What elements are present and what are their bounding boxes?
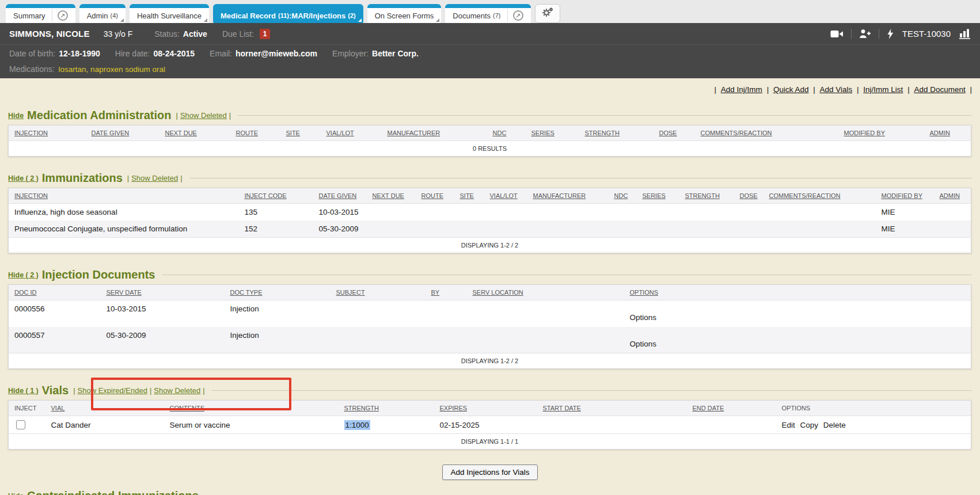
column-header[interactable]: VIAL/LOT (484, 188, 527, 204)
column-header[interactable]: CONTENTS (164, 401, 339, 416)
patient-name: SIMMONS, NICOLE (9, 29, 90, 39)
show-deleted-link[interactable]: Show Deleted (154, 386, 200, 395)
column-header[interactable]: ADMIN (924, 125, 971, 141)
add-inj-imm-link[interactable]: Add Inj/Imm (721, 85, 762, 94)
divider (851, 29, 852, 39)
column-header[interactable]: NDC (609, 188, 637, 204)
doc-id-cell[interactable]: 0000556 (9, 300, 101, 327)
separator: | (907, 85, 910, 94)
paging-text: DISPLAYING 1-1 / 1 (9, 434, 971, 450)
column-header[interactable]: ROUTE (230, 125, 280, 141)
column-header[interactable]: VIAL/LOT (321, 125, 382, 141)
column-header[interactable]: STRENGTH (339, 401, 434, 416)
column-header[interactable]: DOC TYPE (225, 285, 331, 300)
delete-link[interactable]: Delete (823, 421, 846, 429)
options-link[interactable]: Options (630, 340, 657, 348)
paging-text: DISPLAYING 1-2 / 2 (9, 353, 971, 369)
column-header[interactable]: DOC ID (9, 285, 101, 300)
vial-cell: Cat Dander (45, 416, 164, 434)
column-header[interactable]: SITE (280, 125, 321, 141)
tab-on-screen-forms[interactable]: On Screen Forms (367, 4, 442, 23)
column-header[interactable]: END DATE (687, 401, 776, 416)
due-list-badge[interactable]: 1 (260, 29, 270, 39)
column-header[interactable]: COMMENTS/REACTION (764, 188, 876, 204)
show-deleted-link[interactable]: Show Deleted (131, 174, 178, 182)
inj-imm-list-link[interactable]: Inj/Imm List (863, 85, 903, 94)
video-camera-icon[interactable] (830, 29, 844, 39)
modified-by-cell: MIE (876, 220, 934, 238)
hide-link[interactable]: Hide ( 1 ) (8, 387, 39, 395)
tab-medical-record[interactable]: Medical Record (11) :MAR/Injections (2) (213, 4, 363, 23)
hide-link[interactable]: Hide ( 2 ) (8, 271, 39, 279)
medication-administration-table: INJECTION DATE GIVEN NEXT DUE ROUTE SITE… (8, 125, 971, 157)
medications-list[interactable]: losartan, naproxen sodium oral (59, 65, 165, 74)
tab-health-surveillance[interactable]: Health Surveillance (130, 4, 209, 23)
medications-label: Medications: (9, 64, 55, 74)
column-header[interactable]: STRENGTH (579, 125, 654, 141)
column-header[interactable]: COMMENTS/REACTION (695, 125, 838, 141)
column-header[interactable]: ADMIN (934, 188, 971, 204)
column-header[interactable]: NEXT DUE (367, 188, 416, 204)
column-header[interactable]: INJECT CODE (239, 188, 313, 204)
add-vials-link[interactable]: Add Vials (820, 85, 853, 94)
doc-id-cell[interactable]: 0000557 (9, 327, 101, 353)
column-header[interactable]: MANUFACTURER (527, 188, 609, 204)
column-header[interactable]: VIAL (45, 401, 164, 416)
copy-link[interactable]: Copy (800, 421, 819, 429)
show-deleted-link[interactable]: Show Deleted (180, 111, 227, 120)
column-header[interactable]: BY (426, 285, 467, 300)
add-injections-for-vials-button[interactable]: Add Injections for Vials (442, 464, 537, 480)
column-header[interactable]: SERIES (526, 125, 579, 141)
lightning-bolt-icon[interactable] (887, 29, 894, 39)
column-header[interactable]: START DATE (537, 401, 687, 416)
hide-link[interactable]: Hide (8, 492, 24, 495)
table-row: 0000557 05-30-2009 Injection Options (9, 327, 971, 353)
popout-icon[interactable]: ↗ (58, 10, 68, 21)
tab-admin[interactable]: Admin (4) (79, 4, 126, 23)
hide-link[interactable]: Hide (8, 112, 24, 120)
quick-add-link[interactable]: Quick Add (773, 85, 809, 94)
separator: | (150, 386, 151, 395)
column-header[interactable]: MODIFIED BY (838, 125, 924, 141)
inject-row-checkbox[interactable] (16, 420, 25, 429)
add-user-icon[interactable] (859, 29, 871, 39)
tab-count: (2) (348, 12, 355, 19)
column-header[interactable]: SITE (454, 188, 484, 204)
column-header[interactable]: SERIES (637, 188, 679, 204)
column-header[interactable]: SERV DATE (101, 285, 225, 300)
column-header[interactable]: OPTIONS (624, 285, 971, 300)
column-header[interactable]: DOSE (734, 188, 764, 204)
column-header[interactable]: EXPIRES (434, 401, 537, 416)
doc-type-cell: Injection (225, 300, 331, 327)
column-header[interactable]: DATE GIVEN (86, 125, 159, 141)
tab-documents[interactable]: Documents (7) ↗ (445, 4, 530, 23)
column-header[interactable]: DATE GIVEN (313, 188, 367, 204)
column-header[interactable]: SERV LOCATION (467, 285, 624, 300)
paging-text: DISPLAYING 1-2 / 2 (9, 238, 971, 253)
column-header[interactable]: INJECTION (9, 125, 86, 141)
column-header[interactable]: MODIFIED BY (876, 188, 934, 204)
hide-link[interactable]: Hide ( 2 ) (8, 174, 39, 182)
show-expired-ended-link[interactable]: Show Expired/Ended (78, 386, 147, 395)
settings-button[interactable] (535, 4, 560, 23)
column-header[interactable]: ROUTE (416, 188, 454, 204)
empty-results-text: 0 RESULTS (9, 141, 971, 157)
section-title: Injection Documents (42, 268, 155, 281)
patient-header: SIMMONS, NICOLE 33 y/o F Status: Active … (0, 23, 980, 78)
column-header[interactable]: MANUFACTURER (382, 125, 487, 141)
tab-summary[interactable]: Summary ↗ (6, 4, 75, 23)
divider (162, 275, 973, 275)
column-header[interactable]: DOSE (654, 125, 695, 141)
section-injection-documents: Hide ( 2 ) Injection Documents DOC ID SE… (8, 268, 972, 369)
employer-value: Better Corp. (372, 49, 419, 58)
column-header[interactable]: SUBJECT (331, 285, 426, 300)
options-link[interactable]: Options (630, 313, 657, 322)
column-header[interactable]: STRENGTH (679, 188, 734, 204)
add-document-link[interactable]: Add Document (914, 85, 965, 94)
edit-link[interactable]: Edit (782, 421, 795, 429)
column-header[interactable]: INJECTION (9, 188, 239, 204)
column-header[interactable]: NDC (487, 125, 526, 141)
bar-chart-icon[interactable] (959, 28, 971, 39)
column-header[interactable]: NEXT DUE (159, 125, 230, 141)
popout-icon[interactable]: ↗ (513, 10, 523, 21)
